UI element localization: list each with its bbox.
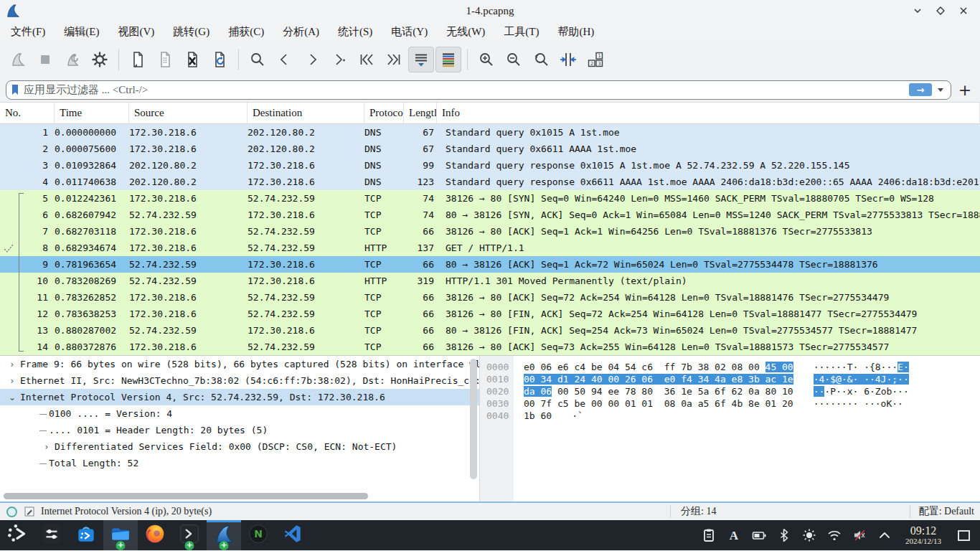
details-horizontal-scrollbar[interactable]	[4, 493, 368, 499]
hex-row-0020[interactable]: 0020da 06 00 50 94 ee 78 80 36 1e 5a 6f …	[480, 385, 980, 397]
hex-ascii[interactable]: ·4·$@·&· ··4J·;··	[814, 373, 909, 385]
hex-row-0040[interactable]: 00401b 60·`	[480, 410, 980, 422]
packet-row-3[interactable]: 30.010932864202.120.80.2172.30.218.6DNS9…	[0, 157, 980, 174]
hex-row-0030[interactable]: 003000 7f c5 be 00 00 01 01 08 0a a5 6f …	[480, 397, 980, 410]
packet-row-9[interactable]: 90.78196365452.74.232.59172.30.218.6TCP6…	[0, 256, 980, 273]
hex-ascii[interactable]: ········ ···oK··	[814, 397, 909, 410]
reload-file-button[interactable]	[207, 47, 232, 72]
column-header-no[interactable]: No.	[0, 103, 55, 123]
taskbar-item-launcher[interactable]	[0, 520, 34, 550]
go-last-button[interactable]	[381, 47, 407, 72]
packet-row-7[interactable]: 70.682703118172.30.218.652.74.232.59TCP6…	[0, 223, 980, 240]
expand-icon[interactable]: ›	[39, 442, 55, 452]
tray-chevron-up-icon[interactable]	[877, 528, 892, 542]
close-button[interactable]	[954, 1, 973, 20]
packet-row-4[interactable]: 40.011740638202.120.80.2172.30.218.6DNS1…	[0, 174, 980, 190]
apply-filter-button[interactable]: →	[909, 83, 932, 96]
taskbar-item-terminal[interactable]: +	[172, 520, 207, 550]
column-header-time[interactable]: Time	[55, 103, 129, 123]
minimize-button[interactable]	[908, 1, 927, 20]
capture-options-button[interactable]	[87, 47, 113, 72]
menu-item-2[interactable]: 视图(V)	[109, 22, 164, 42]
column-header-protocol[interactable]: Protocol	[364, 103, 404, 123]
packet-row-14[interactable]: 140.880372876172.30.218.652.74.232.59TCP…	[0, 339, 980, 355]
column-header-destination[interactable]: Destination	[248, 103, 364, 123]
detail-row-1[interactable]: ›Ethernet II, Src: NewH3CTechno_7b:38:02…	[0, 372, 479, 389]
tray-wifi-icon[interactable]	[827, 528, 842, 542]
menu-item-4[interactable]: 捕获(C)	[219, 22, 273, 42]
menu-item-5[interactable]: 分析(A)	[273, 22, 329, 42]
close-file-button[interactable]	[179, 47, 205, 72]
detail-row-6[interactable]: Total Length: 52	[0, 455, 479, 471]
column-header-length[interactable]: Lengtl	[404, 103, 437, 123]
tray-brightness-icon[interactable]	[802, 528, 816, 542]
taskbar-item-app-store[interactable]	[69, 520, 103, 550]
hex-ascii[interactable]: ·`	[572, 410, 583, 422]
column-header-source[interactable]: Source	[129, 103, 248, 123]
expand-icon[interactable]: ›	[4, 376, 20, 386]
hex-ascii[interactable]: ···P··x· 6·Zob···	[814, 385, 909, 397]
taskbar-clock[interactable]: 09:12 2024/12/13	[905, 525, 941, 545]
colorize-button[interactable]	[435, 47, 461, 72]
zoom-out-button[interactable]	[501, 47, 527, 72]
display-filter-field[interactable]: →	[6, 80, 951, 100]
zoom-reset-button[interactable]	[528, 47, 554, 72]
packet-row-10[interactable]: 100.78320826952.74.232.59172.30.218.6HTT…	[0, 273, 980, 289]
menu-item-6[interactable]: 统计(S)	[329, 22, 382, 42]
hex-bytes[interactable]: 1b 60	[524, 410, 552, 422]
tray-volume-muted-icon[interactable]	[852, 528, 867, 542]
expert-info-icon[interactable]	[6, 506, 18, 518]
show-desktop-button[interactable]	[958, 530, 970, 541]
packet-row-13[interactable]: 130.88028700252.74.232.59172.30.218.6TCP…	[0, 322, 980, 339]
expand-icon[interactable]: ›	[4, 359, 20, 369]
packet-row-2[interactable]: 20.000075600172.30.218.6202.120.80.2DNS6…	[0, 141, 980, 157]
packet-row-1[interactable]: 10.000000000172.30.218.6202.120.80.2DNS6…	[0, 124, 980, 141]
taskbar-item-control-center[interactable]	[34, 520, 69, 550]
tray-clipboard-icon[interactable]	[702, 528, 716, 542]
menu-item-0[interactable]: 文件(F)	[1, 22, 55, 42]
hex-bytes[interactable]: da 06 00 50 94 ee 78 80 36 1e 5a 6f 62 0…	[524, 385, 793, 397]
menu-item-3[interactable]: 跳转(G)	[164, 22, 219, 42]
packet-row-5[interactable]: 50.012242361172.30.218.652.74.232.59TCP7…	[0, 190, 980, 207]
open-file-button[interactable]	[125, 47, 151, 72]
hex-bytes[interactable]: 00 7f c5 be 00 00 01 01 08 0a a5 6f 4b 8…	[524, 397, 793, 410]
taskbar-item-vscode[interactable]	[275, 520, 310, 550]
menu-item-1[interactable]: 编辑(E)	[55, 22, 108, 42]
hex-bytes[interactable]: 00 34 d1 24 40 00 26 06 e0 f4 34 4a e8 3…	[524, 373, 793, 385]
resize-columns-button[interactable]	[555, 47, 581, 72]
detail-row-5[interactable]: ›Differentiated Services Field: 0x00 (DS…	[0, 438, 479, 455]
filter-dropdown-caret-icon[interactable]	[938, 88, 943, 92]
details-vertical-scrollbar[interactable]	[470, 359, 477, 479]
status-profile[interactable]: 配置: Default	[910, 505, 980, 518]
menu-item-10[interactable]: 帮助(H)	[548, 22, 603, 42]
capture-comment-icon[interactable]	[24, 506, 35, 517]
find-packet-button[interactable]	[245, 47, 270, 72]
packet-row-12[interactable]: 120.783638253172.30.218.652.74.232.59TCP…	[0, 306, 980, 322]
taskbar-item-neovim[interactable]: N	[241, 520, 275, 550]
bookmark-icon[interactable]	[9, 83, 22, 96]
detail-row-3[interactable]: 0100 .... = Version: 4	[0, 405, 479, 422]
go-to-packet-button[interactable]	[326, 47, 352, 72]
column-header-info[interactable]: Info	[437, 103, 980, 123]
display-filter-input[interactable]	[22, 83, 909, 97]
menu-item-9[interactable]: 工具(T)	[494, 22, 548, 42]
menu-item-7[interactable]: 电话(Y)	[382, 22, 437, 42]
packet-row-6[interactable]: 60.68260794252.74.232.59172.30.218.6TCP7…	[0, 207, 980, 223]
auto-scroll-button[interactable]	[408, 47, 434, 72]
taskbar-item-firefox[interactable]	[138, 520, 172, 550]
detail-row-2[interactable]: ⌄Internet Protocol Version 4, Src: 52.74…	[0, 389, 479, 405]
menu-item-8[interactable]: 无线(W)	[437, 22, 494, 42]
tray-input-method-icon[interactable]: A	[727, 528, 741, 542]
maximize-button[interactable]	[931, 1, 950, 20]
go-back-button[interactable]	[272, 47, 298, 72]
hex-row-0000[interactable]: 0000e0 06 e6 c4 be 04 54 c6 ff 7b 38 02 …	[480, 361, 980, 373]
layout-columns-button[interactable]: 123	[583, 47, 608, 72]
packet-row-11[interactable]: 110.783262852172.30.218.652.74.232.59TCP…	[0, 289, 980, 306]
detail-row-4[interactable]: .... 0101 = Header Length: 20 bytes (5)	[0, 422, 479, 438]
detail-row-0[interactable]: ›Frame 9: 66 bytes on wire (528 bits), 6…	[0, 356, 479, 372]
add-filter-button[interactable]: +	[956, 81, 974, 99]
taskbar-item-wireshark[interactable]: +	[207, 520, 241, 550]
taskbar-item-file-manager[interactable]: +	[103, 520, 138, 550]
go-forward-button[interactable]	[299, 47, 325, 72]
go-first-button[interactable]	[354, 47, 380, 72]
